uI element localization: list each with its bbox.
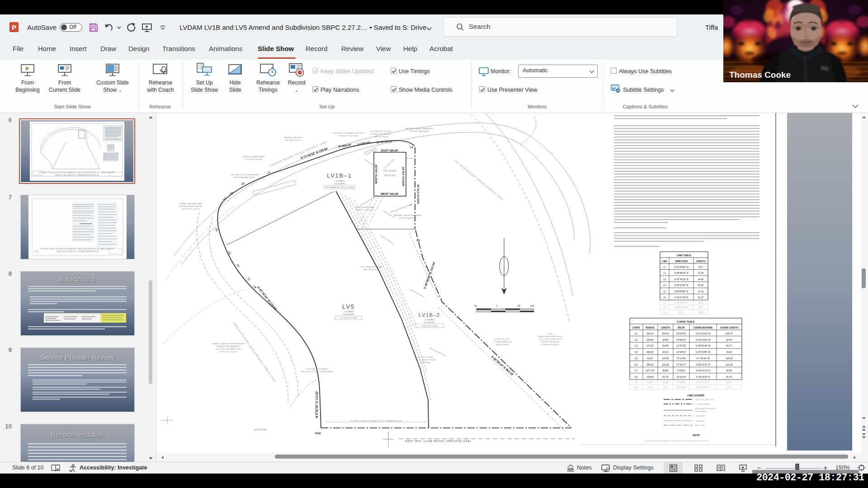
svg-text:(TBD SQFT PLAT): (TBD SQFT PLAT): [421, 325, 438, 327]
svg-text:P: P: [12, 23, 16, 31]
svg-text:N 41°52'51" E: N 41°52'51" E: [697, 386, 710, 389]
svg-text:271.50': 271.50': [646, 344, 654, 347]
svg-text:LINE TABLE: LINE TABLE: [677, 254, 692, 257]
svg-text:L1: L1: [663, 266, 666, 268]
svg-text:LOWER VILLAGE DEVELOPMENT AREA: LOWER VILLAGE DEVELOPMENT AREA MASTER PL…: [39, 171, 115, 174]
svg-text:8.02': 8.02': [663, 386, 668, 389]
svg-text:C2: C2: [635, 338, 638, 341]
svg-text:48.66': 48.66': [662, 369, 669, 372]
svg-text:(TYP BOTH SIDES): (TYP BOTH SIDES): [245, 158, 263, 160]
svg-text:DIRECTION: DIRECTION: [675, 260, 688, 263]
svg-text:(PER PLAT): (PER PLAT): [420, 361, 431, 364]
svg-text:LINE: LINE: [662, 260, 667, 263]
svg-text:8.02': 8.02': [727, 386, 731, 389]
svg-text:AND LV1B AND LV5 SUBDIVISION P: AND LV1B AND LV5 SUBDIVISION PLAT: [55, 174, 99, 176]
svg-text:Thomas Cooke: Thomas Cooke: [729, 70, 791, 80]
svg-text:SANITARY SEWER EASEMENT: SANITARY SEWER EASEMENT: [405, 127, 434, 130]
svg-text:N 21°12'06" W: N 21°12'06" W: [696, 332, 711, 335]
svg-text:ENTRY NO. 445123: ENTRY NO. 445123: [220, 351, 237, 353]
svg-text:PER FEMA MAP 49023C: PER FEMA MAP 49023C: [234, 176, 255, 178]
svg-text:60': 60': [518, 305, 521, 307]
svg-text:12°37'39": 12°37'39": [676, 344, 686, 347]
svg-text:C3: C3: [635, 344, 638, 347]
svg-text:48.66': 48.66': [726, 369, 732, 372]
svg-text:SETBACK: SETBACK: [695, 420, 704, 422]
svg-text:38.40': 38.40': [726, 338, 732, 341]
svg-text:EXIST SEWER EASE: EXIST SEWER EASE: [355, 206, 374, 208]
svg-text:L6: L6: [410, 146, 414, 149]
svg-text:SOUTH 270.19': SOUTH 270.19': [416, 184, 420, 204]
svg-text:NORTH 144.00': NORTH 144.00': [374, 164, 377, 184]
svg-text:L9: L9: [663, 311, 666, 314]
svg-text:Service Provider Review: Service Provider Review: [40, 353, 114, 361]
svg-text:LENGTH: LENGTH: [661, 326, 670, 329]
svg-text:DELTA: DELTA: [678, 326, 685, 329]
svg-text:HOMES PLAT EASEMENT: HOMES PLAT EASEMENT: [217, 345, 241, 347]
svg-text:L6: L6: [417, 239, 420, 242]
svg-text:PLAT BK 2945-A: PLAT BK 2945-A: [373, 136, 388, 138]
svg-text:59.84': 59.84': [662, 344, 669, 347]
svg-text:(REC ROW 23.25): (REC ROW 23.25): [363, 268, 379, 271]
svg-text:C8: C8: [635, 375, 638, 378]
svg-text:N 65°22'50" E: N 65°22'50" E: [674, 284, 689, 286]
svg-text:40.03': 40.03': [662, 351, 669, 353]
svg-text:PER DOC 2020-1123: PER DOC 2020-1123: [355, 209, 374, 211]
svg-text:73°13'49": 73°13'49": [676, 357, 686, 360]
svg-text:NOT PART: NOT PART: [383, 169, 396, 172]
svg-text:1. See Record of Survey filed: 1. See Record of Survey filed in the Lan…: [644, 440, 709, 442]
svg-text:ROW LINE: ROW LINE: [695, 424, 705, 427]
svg-text:(OPEN REC 489.25): (OPEN REC 489.25): [541, 343, 559, 346]
svg-text:C6: C6: [635, 363, 638, 366]
svg-text:19°08'12": 19°08'12": [676, 338, 686, 341]
svg-text:CONTAINS: CONTAINS: [335, 180, 344, 182]
svg-text:91.50': 91.50': [647, 386, 653, 389]
svg-text:LENGTH: LENGTH: [696, 260, 706, 263]
svg-text:N 33°14'02" W: N 33°14'02" W: [696, 338, 711, 341]
svg-text:MARGIN LINE EXT'D: MARGIN LINE EXT'D: [284, 136, 302, 139]
svg-text:L2: L2: [663, 272, 666, 274]
svg-text:BOTH SIDES OF ROW: BOTH SIDES OF ROW: [415, 359, 436, 361]
svg-text:C7: C7: [635, 369, 638, 372]
svg-text:SOUTH 144.00': SOUTH 144.00': [401, 166, 405, 186]
svg-text:(PER REC BACKAGE): (PER REC BACKAGE): [409, 130, 429, 132]
svg-text:20.00: 20.00: [698, 311, 703, 314]
svg-text:(5,230 SQFT PER): (5,230 SQFT PER): [340, 317, 357, 319]
svg-text:C10: C10: [634, 386, 638, 389]
svg-text:ENTRY NO. 456123: ENTRY NO. 456123: [182, 208, 200, 210]
svg-text:N 7°40'26" W: N 7°40'26" W: [696, 357, 710, 360]
svg-text:CHORD LENGTH: CHORD LENGTH: [720, 326, 739, 329]
svg-text:LOT BOUNDARY: LOT BOUNDARY: [695, 403, 710, 405]
svg-text:N 38°29'18" W: N 38°29'18" W: [696, 344, 711, 347]
svg-text:115°42'48": 115°42'48": [676, 386, 686, 389]
svg-text:59.72': 59.72': [726, 344, 732, 347]
svg-text:C9: C9: [635, 381, 637, 384]
svg-text:NOTE: NOTE: [693, 434, 700, 436]
svg-text:64.25': 64.25': [726, 381, 732, 384]
svg-text:330.00': 330.00': [646, 332, 654, 335]
svg-text:8.57': 8.57': [698, 266, 703, 268]
svg-text:BK 380 PG 1523 REC: BK 380 PG 1523 REC: [339, 135, 359, 137]
svg-text:POB: POB: [315, 432, 321, 435]
svg-text:TRAVEL PATHWAY EASE: TRAVEL PATHWAY EASE: [179, 202, 202, 205]
svg-text:(SEE LEGEND): (SEE LEGEND): [495, 343, 509, 346]
svg-text:27.33': 27.33': [698, 272, 704, 274]
svg-text:LOWER VILLAGE DEVELOPMENT AREA: LOWER VILLAGE DEVELOPMENT AREA MASTER PL…: [40, 248, 114, 250]
svg-text:L6: L6: [663, 296, 666, 299]
svg-text:(PER ADJACENT PARCEL): (PER ADJACENT PARCEL): [179, 205, 203, 207]
svg-text:N 23°39'56" W: N 23°39'56" W: [674, 266, 689, 268]
svg-text:L8: L8: [663, 306, 666, 309]
svg-text:12.34': 12.34': [698, 302, 703, 304]
svg-text:EAST 56.80: EAST 56.80: [255, 428, 267, 431]
svg-text:EASEMENT: EASEMENT: [695, 415, 706, 417]
svg-text:ADJACENT PROPERTY: ADJACENT PROPERTY: [695, 408, 716, 410]
svg-text:OZZY WAY (LINE ROAD) (PRIVATE: OZZY WAY (LINE ROAD) (PRIVATE USE): [405, 440, 472, 442]
svg-text:S 78°29'28" E: S 78°29'28" E: [696, 375, 711, 378]
svg-text:L4: L4: [663, 284, 666, 286]
svg-text:BOUNDARY: BOUNDARY: [695, 410, 706, 413]
svg-text:14.60': 14.60': [698, 278, 704, 281]
svg-text:NE 1/4 SEC PREPARED SECTION: NE 1/4 SEC PREPARED SECTION: [333, 132, 364, 134]
svg-text:100 YEAR FLOOD PLAIN AREA: 100 YEAR FLOOD PLAIN AREA: [231, 174, 259, 176]
svg-text:162.50': 162.50': [646, 351, 654, 353]
svg-text:L7: L7: [663, 302, 666, 304]
svg-text:356.00': 356.00': [646, 363, 654, 366]
